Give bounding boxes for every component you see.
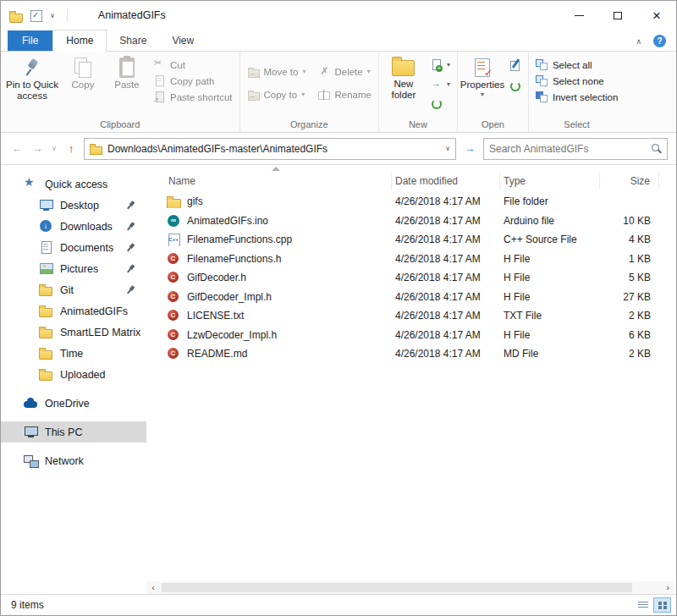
file-row[interactable]: LzwDecoder_Impl.h 4/26/2018 4:17 AM H Fi… xyxy=(165,326,676,345)
column-header-size[interactable]: Size xyxy=(600,173,659,190)
file-size: 5 KB xyxy=(600,272,659,283)
sidebar-item[interactable]: Time xyxy=(1,343,146,364)
column-header-type[interactable]: Type xyxy=(500,173,600,190)
sidebar-item[interactable]: Documents xyxy=(1,237,146,258)
large-icons-view-button[interactable] xyxy=(653,597,671,613)
tab-home[interactable]: Home xyxy=(52,30,107,52)
ribbon-group-organize: Move to ▾ Copy to ▾ Delete ▾ xyxy=(240,52,379,132)
sidebar-item-label: Documents xyxy=(60,242,113,254)
sidebar-item[interactable]: OneDrive xyxy=(1,393,146,414)
ribbon-group-open: Properties ▾ Open xyxy=(458,52,529,132)
invert-selection-icon xyxy=(536,91,548,102)
qat-properties-icon[interactable] xyxy=(30,9,44,22)
help-icon[interactable]: ? xyxy=(653,35,666,47)
scroll-left-icon[interactable]: ‹ xyxy=(146,581,160,594)
sync-icon xyxy=(430,98,443,109)
forward-icon[interactable]: → xyxy=(30,142,45,155)
pin-to-quick-access-button[interactable]: Pin to Quick access xyxy=(3,53,61,113)
sidebar-item[interactable]: Desktop xyxy=(1,195,146,216)
minimize-button[interactable] xyxy=(559,1,598,30)
details-view-button[interactable] xyxy=(634,597,652,613)
file-row[interactable]: LICENSE.txt 4/26/2018 4:17 AM TXT File 2… xyxy=(165,306,676,326)
sidebar-item[interactable]: SmartLED Matrix xyxy=(1,322,146,343)
delete-button[interactable]: Delete ▾ xyxy=(313,63,375,80)
file-type: TXT File xyxy=(500,310,600,322)
sidebar-item-label: Uploaded xyxy=(60,369,106,381)
search-box xyxy=(483,138,668,160)
maximize-button[interactable] xyxy=(598,1,637,30)
edit-button[interactable] xyxy=(504,57,526,73)
minimize-ribbon-icon[interactable]: ∧ xyxy=(636,37,641,46)
scrollbar-track[interactable] xyxy=(160,581,661,594)
sidebar-item-label: This PC xyxy=(45,426,82,438)
new-item-button[interactable]: ▾ xyxy=(426,57,454,73)
sidebar-item-label: Pictures xyxy=(60,263,98,275)
file-row[interactable]: README.md 4/26/2018 4:17 AM MD File 2 KB xyxy=(165,344,676,364)
search-icon[interactable] xyxy=(651,143,662,154)
history-button[interactable] xyxy=(504,78,526,94)
copy-to-button[interactable]: Copy to ▾ xyxy=(243,86,311,102)
scissors-icon xyxy=(153,59,166,70)
sidebar-item[interactable]: Pictures xyxy=(1,258,146,279)
properties-button[interactable]: Properties ▾ xyxy=(460,53,504,113)
new-folder-icon xyxy=(392,60,415,76)
easy-access-icon xyxy=(430,79,443,90)
file-row[interactable]: GifDecoder_Impl.h 4/26/2018 4:17 AM H Fi… xyxy=(165,288,676,307)
address-box[interactable]: Downloads\AnimatedGIFs-master\AnimatedGI… xyxy=(84,138,456,160)
file-row[interactable]: FilenameFunctions.cpp 4/26/2018 4:17 AM … xyxy=(165,230,676,250)
paste-shortcut-button[interactable]: Paste shortcut xyxy=(149,89,237,105)
up-icon[interactable]: ↑ xyxy=(63,142,79,155)
file-row[interactable]: gifs 4/26/2018 4:17 AM File folder xyxy=(165,192,676,212)
sidebar-item[interactable]: Quick access xyxy=(1,173,146,195)
go-icon[interactable]: → xyxy=(461,142,478,155)
sidebar-item[interactable]: Network xyxy=(1,450,146,471)
invert-selection-button[interactable]: Invert selection xyxy=(531,89,622,105)
file-row[interactable]: AnimatedGIFs.ino 4/26/2018 4:17 AM Ardui… xyxy=(165,212,676,231)
copy-path-button[interactable]: Copy path xyxy=(149,73,237,89)
select-all-icon xyxy=(536,59,548,70)
close-button[interactable]: × xyxy=(637,1,676,30)
new-folder-button[interactable]: New folder xyxy=(382,53,426,113)
sidebar-item[interactable]: Downloads xyxy=(1,216,146,237)
file-row[interactable]: FilenameFunctions.h 4/26/2018 4:17 AM H … xyxy=(165,250,676,269)
tab-view[interactable]: View xyxy=(159,30,206,51)
sidebar-item[interactable]: Git xyxy=(1,279,146,300)
file-rows: gifs 4/26/2018 4:17 AM File folder Anima… xyxy=(165,192,676,364)
easy-access-button[interactable]: ▾ xyxy=(426,76,454,92)
sidebar-item[interactable]: AnimatedGIFs xyxy=(1,300,146,322)
qat-dropdown-icon[interactable]: ∨ xyxy=(50,12,55,19)
scroll-right-icon[interactable]: › xyxy=(661,581,674,594)
column-header-date-modified[interactable]: Date modified xyxy=(392,173,500,190)
file-list-area: Name Date modified Type Size gifs 4/26/2… xyxy=(146,165,676,594)
select-all-button[interactable]: Select all xyxy=(531,57,597,73)
column-header-name[interactable]: Name xyxy=(165,173,392,190)
sidebar-item-icon xyxy=(38,198,54,212)
copy-button[interactable]: Copy xyxy=(61,53,105,113)
horizontal-scrollbar[interactable]: ‹ › xyxy=(146,581,674,594)
tab-share[interactable]: Share xyxy=(107,30,159,51)
sidebar-item-icon xyxy=(38,240,54,255)
address-dropdown-icon[interactable]: ∨ xyxy=(445,145,450,152)
sidebar-item[interactable]: Uploaded xyxy=(1,364,146,385)
file-date-modified: 4/26/2018 4:17 AM xyxy=(392,215,500,227)
cut-button[interactable]: Cut xyxy=(149,57,237,73)
search-input[interactable] xyxy=(489,143,651,155)
tab-file[interactable]: File xyxy=(8,30,52,51)
scrollbar-thumb[interactable] xyxy=(162,583,632,592)
file-icon xyxy=(167,347,181,360)
move-to-button[interactable]: Move to ▾ xyxy=(243,63,311,80)
file-row[interactable]: GifDecoder.h 4/26/2018 4:17 AM H File 5 … xyxy=(165,268,676,288)
history-icon xyxy=(509,80,521,91)
ribbon-group-clipboard: Pin to Quick access Copy Paste Cut xyxy=(1,52,240,132)
select-none-button[interactable]: Select none xyxy=(531,73,608,89)
sync-button[interactable] xyxy=(426,96,454,112)
back-icon[interactable]: ← xyxy=(9,142,25,155)
paste-button[interactable]: Paste xyxy=(105,53,149,113)
file-name: GifDecoder_Impl.h xyxy=(187,291,272,303)
rename-button[interactable]: Rename xyxy=(313,86,375,102)
address-path[interactable]: Downloads\AnimatedGIFs-master\AnimatedGI… xyxy=(107,143,440,155)
file-type: H File xyxy=(500,272,600,283)
sidebar-item[interactable]: This PC xyxy=(1,421,146,443)
recent-locations-icon[interactable]: ∨ xyxy=(50,145,58,152)
file-icon xyxy=(167,233,181,246)
